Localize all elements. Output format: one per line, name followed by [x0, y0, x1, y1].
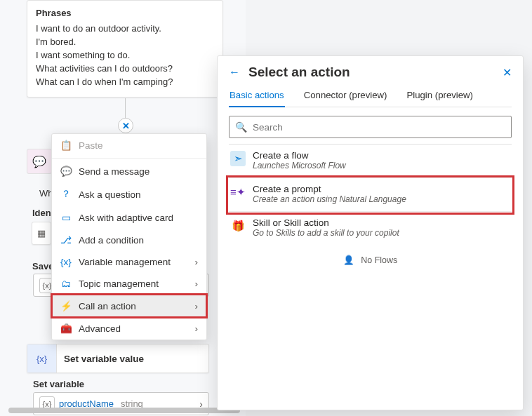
panel-title: Select an action — [248, 65, 494, 80]
toolbox-icon: 🧰 — [60, 323, 72, 334]
menu-ask-adaptive-card[interactable]: ▭ Ask with adaptive card — [52, 206, 206, 229]
menu-label: Add a condition — [79, 235, 144, 246]
tab-basic-actions[interactable]: Basic actions — [229, 90, 285, 107]
chevron-right-icon: › — [195, 257, 199, 267]
panel-header: ← Select an action ✕ — [229, 65, 512, 80]
action-list: ➣ Create a flow Launches Microsoft Flow … — [229, 144, 512, 245]
action-create-flow[interactable]: ➣ Create a flow Launches Microsoft Flow — [229, 145, 512, 178]
horizontal-scrollbar[interactable] — [8, 408, 240, 413]
menu-add-condition[interactable]: ⎇ Add a condition — [52, 229, 206, 251]
menu-label: Advanced — [79, 323, 121, 334]
menu-send-message[interactable]: 💬 Send a message — [52, 160, 206, 182]
card-icon: ▭ — [60, 212, 72, 223]
add-node-context-menu: 📋 Paste 💬 Send a message ？ Ask a questio… — [51, 133, 207, 340]
skill-icon: 🎁 — [230, 218, 246, 234]
menu-label: Ask with adaptive card — [79, 213, 173, 223]
menu-label: Variable management — [79, 257, 171, 267]
prompt-icon: ≡✦ — [230, 184, 246, 200]
menu-label: Ask a question — [79, 189, 141, 200]
menu-label: Paste — [79, 140, 103, 151]
action-subtitle: Go to Skills to add a skill to your copi… — [253, 228, 399, 238]
chat-icon: 💬 — [60, 166, 72, 177]
question-icon: ？ — [60, 188, 72, 201]
menu-paste: 📋 Paste — [52, 134, 206, 156]
action-title: Create a flow — [253, 150, 346, 161]
select-action-panel: ← Select an action ✕ Basic actions Conne… — [217, 55, 524, 410]
menu-variable-management[interactable]: {x} Variable management › — [52, 251, 206, 273]
message-node-icon-stub: 💬 — [27, 149, 52, 174]
tab-connector-preview[interactable]: Connector (preview) — [303, 90, 388, 107]
menu-topic-management[interactable]: 🗂 Topic management › — [52, 273, 206, 295]
variable-icon: {x} — [60, 257, 72, 267]
chevron-right-icon: › — [195, 323, 199, 334]
bolt-icon: ⚡ — [60, 300, 72, 311]
flow-icon: ➣ — [230, 151, 246, 166]
search-icon: 🔍 — [235, 121, 247, 133]
divider — [52, 158, 206, 159]
action-skill[interactable]: 🎁 Skill or Skill action Go to Skills to … — [229, 212, 512, 245]
phrase-item: I want something to do. — [36, 48, 214, 62]
menu-call-an-action[interactable]: ⚡ Call an action › — [52, 295, 206, 317]
search-box[interactable]: 🔍 — [229, 116, 512, 138]
menu-label: Send a message — [79, 166, 149, 177]
close-icon: ✕ — [122, 121, 130, 131]
menu-label: Call an action — [79, 301, 136, 311]
person-icon: 👤 — [343, 255, 354, 265]
empty-state-text: No Flows — [361, 255, 397, 265]
canvas-area: Phrases I want to do an outdoor activity… — [0, 0, 246, 416]
add-node-button[interactable]: ✕ — [118, 118, 133, 133]
chevron-right-icon: › — [195, 279, 199, 289]
chevron-right-icon: › — [195, 301, 199, 311]
action-title: Skill or Skill action — [253, 217, 399, 228]
grid-icon: ▦ — [37, 228, 46, 239]
chat-icon: 💬 — [32, 155, 46, 168]
node-title: Set variable value — [57, 354, 151, 364]
back-button[interactable]: ← — [229, 66, 240, 79]
paste-icon: 📋 — [60, 140, 72, 151]
trigger-phrases-card[interactable]: Phrases I want to do an outdoor activity… — [27, 0, 223, 98]
empty-state: 👤 No Flows — [229, 255, 512, 265]
menu-ask-question[interactable]: ？ Ask a question — [52, 182, 206, 206]
tab-plugin-preview[interactable]: Plugin (preview) — [406, 90, 474, 107]
identify-label: Iden — [32, 208, 51, 218]
topic-icon: 🗂 — [60, 279, 72, 289]
phrase-item: What activities can I do outdoors? — [36, 62, 214, 75]
panel-tabs: Basic actions Connector (preview) Plugin… — [229, 90, 512, 107]
branch-icon: ⎇ — [60, 234, 72, 246]
action-create-prompt[interactable]: ≡✦ Create a prompt Create an action usin… — [229, 178, 512, 212]
search-input[interactable] — [253, 122, 505, 133]
phrase-item: I want to do an outdoor activity. — [36, 22, 214, 35]
set-variable-section-label: Set variable — [33, 379, 215, 389]
action-subtitle: Launches Microsoft Flow — [253, 161, 346, 170]
menu-advanced[interactable]: 🧰 Advanced › — [52, 317, 206, 340]
menu-label: Topic management — [79, 279, 159, 289]
set-variable-value-node[interactable]: {x} Set variable value — [27, 344, 209, 373]
connector-line — [125, 98, 126, 119]
phrase-item: What can I do when I'm camping? — [36, 75, 214, 88]
entity-selector-stub[interactable]: ▦ — [32, 222, 51, 245]
save-label: Save — [32, 261, 53, 271]
variable-icon: {x} — [27, 344, 57, 373]
action-title: Create a prompt — [253, 184, 406, 194]
action-subtitle: Create an action using Natural Language — [253, 194, 406, 204]
phrases-heading: Phrases — [36, 6, 214, 20]
phrase-item: I'm bored. — [36, 35, 214, 48]
close-button[interactable]: ✕ — [503, 66, 512, 79]
